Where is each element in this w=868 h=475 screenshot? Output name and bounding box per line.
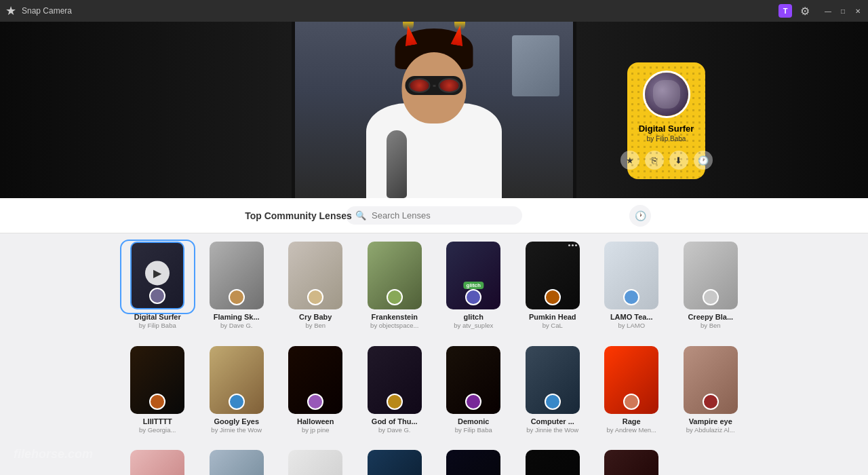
settings-icon[interactable]: ⚙	[800, 5, 810, 18]
lens-item-r3b[interactable]	[201, 450, 273, 475]
maximize-button[interactable]: □	[838, 6, 848, 16]
lens-card-actions: ★ ⎘ ⬇ 🕐	[620, 151, 713, 170]
lens-item-r3a[interactable]	[122, 450, 193, 475]
lens-author-label: by Jirnie the Wow	[211, 426, 262, 434]
lens-author-label: by Filip Baba	[455, 426, 492, 434]
lens-item-god-of-thu[interactable]: God of Thu... by Dave G.	[359, 346, 431, 434]
search-box[interactable]: 🔍	[346, 206, 522, 225]
sunglasses	[406, 76, 463, 95]
lens-name-label: Flaming Sk...	[214, 313, 260, 322]
lens-thumbnail	[446, 346, 500, 414]
hero-area: Digital Surfer by Filip Baba ★ ⎘ ⬇ 🕐	[0, 22, 868, 198]
title-bar-left: ★ Snap Camera	[5, 3, 72, 18]
lens-item-halloween[interactable]: Halloween by jp pine	[280, 346, 351, 434]
lens-author-avatar	[387, 394, 403, 410]
lens-thumbnail	[684, 242, 738, 309]
lens-thumbnail	[210, 450, 264, 475]
lens-item-flaming-sk[interactable]: Flaming Sk... by Dave G.	[201, 242, 273, 330]
flame-left	[403, 22, 414, 30]
lens-item-digital-surfer[interactable]: ▶ Digital Surfer by Filip Baba	[122, 242, 193, 330]
lens-download-button[interactable]: ⬇	[669, 151, 688, 170]
lens-thumbnail: ▶	[130, 242, 184, 309]
lens-item-r3f[interactable]	[517, 450, 589, 475]
lens-favorite-button[interactable]: ★	[620, 151, 639, 170]
lens-name-label: Vampire eye	[689, 417, 732, 426]
lens-item-computer[interactable]: Computer ... by Jinnie the Wow	[517, 346, 589, 434]
lens-author-label: by Dave G.	[220, 322, 253, 329]
lens-author-avatar	[149, 394, 165, 410]
window-controls: — □ ✕	[823, 6, 863, 16]
lens-item-glitch[interactable]: glitch glitch by atv_suplex	[438, 242, 509, 330]
close-button[interactable]: ✕	[853, 6, 863, 16]
lens-author-label: by Dave G.	[378, 426, 411, 434]
lens-author-label: by jp pine	[302, 426, 330, 434]
twitch-button[interactable]: T	[778, 4, 792, 18]
lens-info-card: Digital Surfer by Filip Baba ★ ⎘ ⬇ 🕐	[627, 62, 705, 179]
history-button[interactable]: 🕐	[629, 205, 651, 227]
lens-item-demonic[interactable]: Demonic by Filip Baba	[438, 346, 509, 434]
lens-author-avatar	[623, 394, 639, 410]
lens-author-label: by Abdulaziz Al...	[686, 426, 735, 434]
lens-item-cry-baby[interactable]: Cry Baby by Ben	[280, 242, 351, 330]
lens-author-label: by Filip Baba	[139, 322, 176, 329]
lens-name-label: Rage	[623, 417, 641, 426]
lens-author-avatar	[465, 289, 481, 305]
lens-name-label: LIIITTTT	[143, 417, 172, 426]
lens-author-avatar	[229, 289, 245, 305]
lens-item-r3e[interactable]	[438, 450, 509, 475]
lens-author-avatar	[307, 289, 323, 305]
lens-history-button[interactable]: 🕐	[694, 151, 713, 170]
lens-item-pumkin-head[interactable]: Pumkin Head by CaL	[517, 242, 589, 330]
lens-thumbnail	[446, 450, 500, 475]
lens-thumbnail: glitch	[446, 242, 500, 309]
lens-author-label: by LAMO	[618, 322, 645, 329]
lens-thumbnail	[130, 450, 184, 475]
lens-item-googly-eyes[interactable]: Googly Eyes by Jirnie the Wow	[201, 346, 273, 434]
sunglass-left	[408, 78, 430, 93]
lens-name-label: Demonic	[458, 417, 489, 426]
favorite-icon[interactable]: ★	[5, 3, 16, 18]
lens-author-avatar	[703, 289, 719, 305]
lens-thumbnail	[210, 242, 264, 309]
lens-item-r3g[interactable]	[596, 450, 667, 475]
lens-author-avatar	[387, 289, 403, 305]
lens-author-label: by Jinnie the Wow	[526, 426, 578, 434]
search-input[interactable]	[372, 210, 513, 221]
lens-item-r3d[interactable]	[359, 450, 431, 475]
lens-thumbnail	[604, 346, 658, 414]
lens-author-label: by Georgia...	[139, 426, 176, 434]
lens-thumbnail	[526, 346, 580, 414]
lens-item-lamo-tea[interactable]: LAMO Tea... by LAMO	[596, 242, 667, 330]
camera-feed	[295, 22, 573, 198]
lens-name-label: Creepy Bla...	[688, 313, 733, 322]
lens-name-label: LAMO Tea...	[610, 313, 653, 322]
wall-item	[512, 35, 559, 96]
lens-card-avatar	[643, 71, 690, 118]
lens-thumbnail	[288, 450, 342, 475]
lens-item-creepy-bla[interactable]: Creepy Bla... by Ben	[675, 242, 747, 330]
lens-author-avatar	[229, 394, 245, 410]
watermark: filehorse.com	[14, 447, 93, 461]
play-button[interactable]: ▶	[145, 261, 170, 285]
lens-item-frankenstein[interactable]: Frankenstein by objectspace...	[359, 242, 431, 330]
lens-name-label: Pumkin Head	[529, 313, 576, 322]
lens-author-label: by objectspace...	[370, 322, 418, 329]
lens-thumbnail	[604, 450, 658, 475]
lens-thumbnail	[684, 346, 738, 414]
lens-item-liiitttt[interactable]: LIIITTTT by Georgia...	[122, 346, 193, 434]
glitch-badge: glitch	[464, 282, 484, 289]
lens-thumbnail	[526, 450, 580, 475]
lens-card-name: Digital Surfer	[639, 124, 694, 134]
snap-ghost	[653, 80, 680, 109]
flame-right	[454, 22, 465, 30]
lens-copy-button[interactable]: ⎘	[645, 151, 664, 170]
lens-item-rage[interactable]: Rage by Andrew Men...	[596, 346, 667, 434]
lens-author-label: by Andrew Men...	[607, 426, 656, 434]
lens-item-r3c[interactable]	[280, 450, 351, 475]
minimize-button[interactable]: —	[823, 6, 833, 16]
lenses-grid-row3	[108, 442, 760, 475]
search-bar-container: Top Community Lenses 🔍 🕐	[0, 198, 868, 233]
lens-item-vampire-eye[interactable]: Vampire eye by Abdulaziz Al...	[675, 346, 747, 434]
lens-thumbnail	[288, 346, 342, 414]
title-bar: ★ Snap Camera T ⚙ — □ ✕	[0, 0, 868, 22]
